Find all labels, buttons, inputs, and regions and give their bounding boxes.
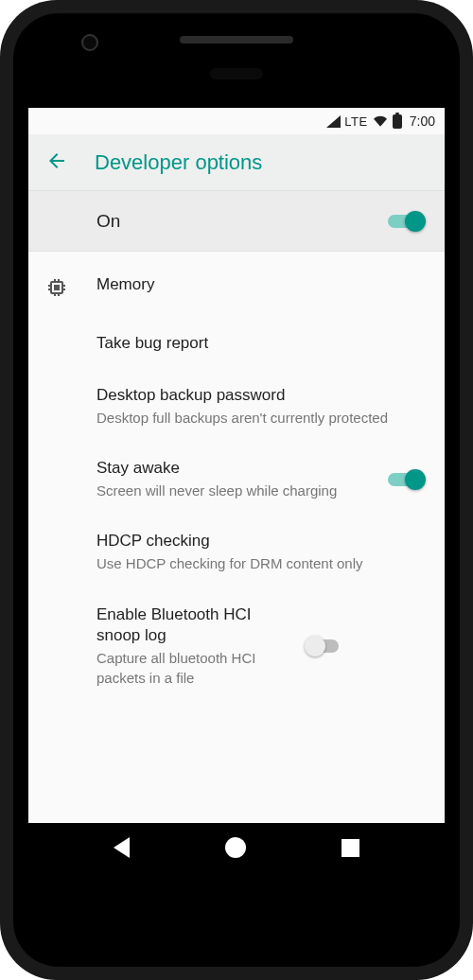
row-subtitle: Capture all bluetooth HCI packets in a f…	[96, 649, 297, 688]
signal-icon	[326, 115, 341, 128]
settings-list: Memory Take bug report Desktop backup pa…	[28, 252, 445, 703]
row-memory[interactable]: Memory	[28, 259, 445, 318]
row-hdcp-checking[interactable]: HDCP checking Use HDCP checking for DRM …	[28, 516, 445, 588]
back-arrow-icon[interactable]	[45, 149, 68, 176]
phone-frame: LTE 7:00 Developer options On	[0, 0, 473, 980]
row-title: Enable Bluetooth HCI snoop log	[96, 604, 297, 648]
master-toggle-switch[interactable]	[386, 210, 426, 233]
row-bug-report[interactable]: Take bug report	[28, 318, 445, 370]
network-label: LTE	[344, 114, 367, 129]
stay-awake-switch[interactable]	[386, 468, 426, 491]
clock: 7:00	[410, 114, 435, 129]
memory-icon	[45, 274, 96, 303]
row-subtitle: Use HDCP checking for DRM content only	[96, 554, 418, 573]
battery-icon	[393, 114, 402, 129]
nav-recent-icon[interactable]	[342, 839, 359, 857]
row-title: Memory	[96, 274, 418, 296]
row-title: HDCP checking	[96, 531, 418, 552]
master-toggle-row[interactable]: On	[28, 191, 445, 252]
earpiece	[210, 68, 263, 79]
status-bar: LTE 7:00	[28, 108, 445, 134]
bt-snoop-switch[interactable]	[305, 635, 344, 657]
master-toggle-label: On	[96, 211, 386, 232]
page-title: Developer options	[95, 150, 262, 175]
row-bluetooth-hci-snoop[interactable]: Enable Bluetooth HCI snoop log Capture a…	[28, 589, 445, 703]
row-subtitle: Screen will never sleep while charging	[96, 481, 378, 500]
phone-inner: LTE 7:00 Developer options On	[13, 13, 460, 967]
app-bar: Developer options	[28, 134, 445, 191]
nav-home-icon[interactable]	[225, 837, 246, 858]
row-stay-awake[interactable]: Stay awake Screen will never sleep while…	[28, 443, 445, 516]
wifi-icon	[372, 114, 389, 128]
system-nav-bar	[28, 823, 445, 872]
row-title: Take bug report	[96, 333, 418, 355]
screen: LTE 7:00 Developer options On	[28, 108, 445, 872]
front-camera	[81, 34, 98, 51]
row-title: Desktop backup password	[96, 385, 418, 407]
nav-back-icon[interactable]	[114, 837, 130, 858]
row-subtitle: Desktop full backups aren't currently pr…	[96, 409, 418, 428]
speaker-slit	[180, 36, 293, 44]
row-desktop-backup-password[interactable]: Desktop backup password Desktop full bac…	[28, 370, 445, 443]
row-title: Stay awake	[96, 458, 378, 480]
